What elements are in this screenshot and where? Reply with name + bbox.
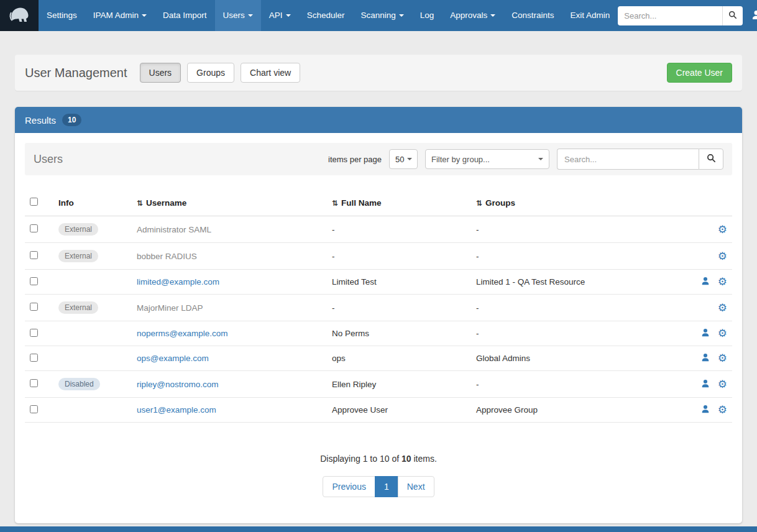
page-title: User Management [25, 66, 127, 80]
app-logo[interactable] [0, 0, 39, 31]
row-checkbox[interactable] [30, 224, 38, 232]
results-count-badge: 10 [62, 114, 81, 126]
view-tab-groups[interactable]: Groups [187, 63, 234, 83]
table-row: ops@example.com ops Global Admins ⚙ [25, 346, 732, 371]
status-badge: External [58, 250, 98, 262]
nav-item-settings[interactable]: Settings [39, 0, 85, 31]
user-profile-icon[interactable] [701, 277, 710, 287]
gear-icon[interactable]: ⚙ [718, 353, 727, 364]
row-groups: Limited 1 - QA Test Resource [471, 270, 690, 295]
row-groups: - [471, 216, 690, 243]
row-groups: - [471, 321, 690, 346]
navbar-search-input[interactable] [618, 6, 722, 25]
row-checkbox[interactable] [30, 277, 38, 285]
user-profile-icon[interactable] [701, 328, 710, 339]
group-filter-placeholder: Filter by group... [431, 155, 490, 164]
user-profile-icon[interactable] [701, 379, 710, 390]
chevron-down-icon [286, 14, 291, 17]
mammoth-logo-icon [7, 4, 32, 27]
table-search-input[interactable] [557, 149, 699, 170]
pagination-page-1[interactable]: 1 [375, 476, 398, 497]
search-icon [728, 11, 737, 21]
gear-icon[interactable]: ⚙ [718, 251, 727, 262]
user-icon [751, 10, 757, 22]
gear-icon[interactable]: ⚙ [718, 303, 727, 313]
row-fullname: No Perms [327, 321, 471, 346]
row-username[interactable]: ops@example.com [137, 354, 209, 363]
gear-icon[interactable]: ⚙ [718, 328, 727, 339]
user-account-menu[interactable] [751, 10, 757, 22]
row-checkbox[interactable] [30, 379, 38, 387]
row-checkbox[interactable] [30, 329, 38, 337]
status-badge: Disabled [58, 378, 100, 390]
navbar-search [618, 6, 743, 25]
sort-icon: ⇅ [137, 199, 143, 208]
nav-item-constraints[interactable]: Constraints [503, 0, 562, 31]
row-username[interactable]: noperms@example.com [137, 329, 228, 338]
chevron-down-icon [142, 14, 147, 17]
col-header-fullname[interactable]: ⇅Full Name [327, 191, 471, 216]
row-groups: - [471, 243, 690, 270]
view-tab-chart-view[interactable]: Chart view [241, 63, 300, 83]
sort-icon: ⇅ [332, 199, 338, 208]
gear-icon[interactable]: ⚙ [718, 224, 727, 235]
nav-item-approvals[interactable]: Approvals [442, 0, 503, 31]
gear-icon[interactable]: ⚙ [718, 379, 727, 390]
nav-item-scanning[interactable]: Scanning [352, 0, 411, 31]
nav-menu: SettingsIPAM AdminData ImportUsersAPISch… [39, 0, 618, 31]
nav-item-scheduler[interactable]: Scheduler [299, 0, 353, 31]
view-tab-users[interactable]: Users [140, 63, 181, 83]
navbar-search-button[interactable] [722, 6, 743, 25]
row-checkbox[interactable] [30, 251, 38, 259]
gear-icon[interactable]: ⚙ [718, 277, 727, 287]
row-checkbox[interactable] [30, 354, 38, 362]
nav-item-users[interactable]: Users [215, 0, 261, 31]
row-username: Administrator SAML [137, 225, 211, 234]
row-username[interactable]: ripley@nostromo.com [137, 380, 219, 389]
nav-item-ipam-admin[interactable]: IPAM Admin [85, 0, 155, 31]
pagination-previous[interactable]: Previous [323, 476, 375, 497]
top-navbar: SettingsIPAM AdminData ImportUsersAPISch… [0, 0, 757, 31]
create-user-button[interactable]: Create User [667, 63, 732, 83]
row-fullname: Approvee User [327, 398, 471, 423]
gear-icon[interactable]: ⚙ [718, 405, 727, 415]
chevron-down-icon [538, 158, 543, 160]
table-row: External Administrator SAML - - ⚙ [25, 216, 732, 243]
select-all-checkbox[interactable] [30, 198, 38, 206]
pagination: Previous 1 Next [25, 476, 732, 497]
nav-item-exit-admin[interactable]: Exit Admin [562, 0, 618, 31]
row-username[interactable]: limited@example.com [137, 277, 219, 287]
items-per-page-select[interactable]: 50 [389, 149, 418, 169]
table-row: Disabled ripley@nostromo.com Ellen Riple… [25, 371, 732, 398]
col-header-groups[interactable]: ⇅Groups [471, 191, 690, 216]
table-row: External MajorMiner LDAP - - ⚙ [25, 295, 732, 321]
col-header-username[interactable]: ⇅Username [132, 191, 327, 216]
nav-item-data-import[interactable]: Data Import [155, 0, 215, 31]
table-search-button[interactable] [699, 149, 723, 170]
chevron-down-icon [490, 14, 495, 17]
user-profile-icon[interactable] [701, 353, 710, 364]
results-panel: Results 10 Users items per page 50 Filte… [15, 107, 742, 523]
nav-item-api[interactable]: API [261, 0, 299, 31]
col-header-info: Info [58, 198, 74, 208]
row-checkbox[interactable] [30, 303, 38, 311]
page-header-bar: User Management UsersGroupsChart view Cr… [15, 55, 742, 91]
status-badge: External [58, 301, 98, 314]
results-title: Results [25, 115, 56, 126]
nav-item-log[interactable]: Log [412, 0, 443, 31]
row-groups: - [471, 295, 690, 321]
row-checkbox[interactable] [30, 405, 38, 413]
user-profile-icon[interactable] [701, 405, 710, 415]
row-groups: Approvee Group [471, 398, 690, 423]
users-table: Info ⇅Username ⇅Full Name ⇅Groups [25, 191, 732, 423]
row-username: MajorMiner LDAP [137, 303, 203, 313]
group-filter-select[interactable]: Filter by group... [425, 149, 549, 169]
items-per-page-label: items per page [328, 155, 382, 164]
section-title: Users [34, 153, 63, 166]
row-fullname: - [327, 216, 471, 243]
pagination-next[interactable]: Next [398, 476, 434, 497]
row-username[interactable]: user1@example.com [137, 405, 216, 415]
navbar-right [618, 6, 757, 25]
row-fullname: - [327, 243, 471, 270]
row-fullname: ops [327, 346, 471, 371]
